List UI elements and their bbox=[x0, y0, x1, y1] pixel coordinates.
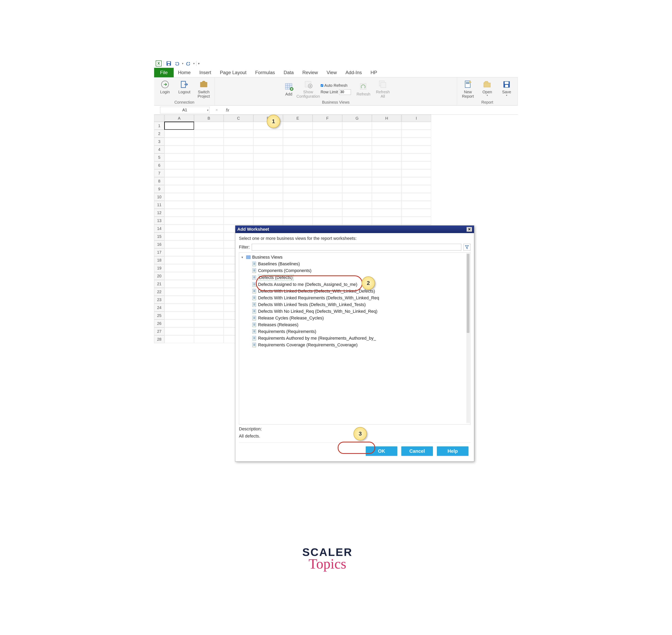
name-box[interactable]: A1 ▾ bbox=[160, 107, 209, 113]
cell[interactable] bbox=[164, 240, 194, 248]
cell[interactable] bbox=[194, 335, 224, 343]
cell[interactable] bbox=[402, 122, 431, 130]
cell[interactable] bbox=[194, 146, 224, 153]
row-header[interactable]: 1 bbox=[154, 122, 164, 130]
row-header[interactable]: 2 bbox=[154, 130, 164, 138]
tree-item[interactable]: Baselines (Baselines) bbox=[241, 261, 469, 267]
tab-home[interactable]: Home bbox=[174, 68, 195, 77]
cell[interactable] bbox=[194, 264, 224, 272]
cell[interactable] bbox=[164, 327, 194, 335]
cell[interactable] bbox=[283, 217, 313, 224]
column-header[interactable]: H bbox=[372, 115, 402, 122]
worksheet-grid[interactable]: ABCDEFGHI 123456789101112131415161718192… bbox=[154, 115, 518, 343]
cell[interactable] bbox=[194, 201, 224, 209]
cell[interactable] bbox=[283, 201, 313, 209]
row-header[interactable]: 11 bbox=[154, 201, 164, 209]
tree-item[interactable]: Defects With Linked Tests (Defects_With_… bbox=[241, 301, 469, 308]
auto-refresh-checkbox[interactable]: Auto Refresh bbox=[321, 83, 351, 88]
cell[interactable] bbox=[342, 161, 372, 169]
row-header[interactable]: 27 bbox=[154, 327, 164, 335]
row-header[interactable]: 18 bbox=[154, 256, 164, 264]
cell[interactable] bbox=[164, 320, 194, 327]
qat-customize-icon[interactable]: ▾ bbox=[198, 62, 200, 65]
cell[interactable] bbox=[253, 169, 283, 177]
cell[interactable] bbox=[164, 130, 194, 138]
cell[interactable] bbox=[164, 272, 194, 280]
business-views-tree[interactable]: ▾ Business Views Baselines (Baselines)Co… bbox=[239, 253, 470, 424]
cell[interactable] bbox=[372, 146, 402, 153]
refresh-all-button[interactable]: Refresh All bbox=[374, 79, 391, 99]
tab-formulas[interactable]: Formulas bbox=[251, 68, 279, 77]
cell[interactable] bbox=[342, 193, 372, 201]
cell[interactable] bbox=[224, 138, 253, 146]
add-button[interactable]: Add bbox=[280, 81, 298, 97]
tree-item[interactable]: Defects (Defects) bbox=[241, 274, 469, 281]
cell[interactable] bbox=[402, 177, 431, 185]
auto-refresh-input[interactable] bbox=[321, 84, 323, 87]
cell[interactable] bbox=[164, 280, 194, 288]
name-box-dropdown-icon[interactable]: ▾ bbox=[207, 109, 208, 112]
refresh-button[interactable]: Refresh bbox=[355, 81, 372, 97]
tab-data[interactable]: Data bbox=[279, 68, 298, 77]
cell[interactable] bbox=[194, 161, 224, 169]
tab-add-ins[interactable]: Add-Ins bbox=[341, 68, 366, 77]
cell[interactable] bbox=[283, 193, 313, 201]
cell[interactable] bbox=[194, 296, 224, 304]
cell[interactable] bbox=[194, 280, 224, 288]
cell[interactable] bbox=[283, 161, 313, 169]
fx-icon[interactable]: fx bbox=[226, 108, 229, 113]
open-button[interactable]: Open ▾ bbox=[478, 79, 496, 97]
cell[interactable] bbox=[164, 193, 194, 201]
row-limit-input[interactable] bbox=[339, 89, 351, 95]
cell[interactable] bbox=[283, 122, 313, 130]
cell[interactable] bbox=[164, 146, 194, 153]
login-button[interactable]: Login bbox=[156, 79, 174, 95]
column-header[interactable]: E bbox=[283, 115, 313, 122]
cell[interactable] bbox=[313, 217, 342, 224]
cell[interactable] bbox=[313, 146, 342, 153]
row-header[interactable]: 19 bbox=[154, 264, 164, 272]
cell[interactable] bbox=[402, 153, 431, 161]
cell[interactable] bbox=[164, 311, 194, 320]
tab-insert[interactable]: Insert bbox=[195, 68, 216, 77]
tree-item[interactable]: Defects With Linked Requirements (Defect… bbox=[241, 294, 469, 301]
tree-item[interactable]: Requirements Coverage (Requirements_Cove… bbox=[241, 342, 469, 348]
cell[interactable] bbox=[164, 201, 194, 209]
cell[interactable] bbox=[313, 201, 342, 209]
cell[interactable] bbox=[224, 201, 253, 209]
cell[interactable] bbox=[194, 320, 224, 327]
cell[interactable] bbox=[253, 146, 283, 153]
cell[interactable] bbox=[253, 209, 283, 217]
cell[interactable] bbox=[253, 185, 283, 193]
row-header[interactable]: 28 bbox=[154, 335, 164, 343]
cell[interactable] bbox=[253, 193, 283, 201]
cell[interactable] bbox=[372, 177, 402, 185]
scrollbar-thumb[interactable] bbox=[467, 254, 469, 333]
cell[interactable] bbox=[164, 304, 194, 311]
cell[interactable] bbox=[194, 304, 224, 311]
cell[interactable] bbox=[253, 161, 283, 169]
cell[interactable] bbox=[313, 209, 342, 217]
cell[interactable] bbox=[372, 209, 402, 217]
cell[interactable] bbox=[283, 130, 313, 138]
tree-item[interactable]: Components (Components) bbox=[241, 267, 469, 274]
row-header[interactable]: 15 bbox=[154, 233, 164, 240]
expand-icon[interactable]: ▾ bbox=[242, 256, 245, 259]
cell[interactable] bbox=[164, 296, 194, 304]
row-header[interactable]: 9 bbox=[154, 185, 164, 193]
cell[interactable] bbox=[402, 209, 431, 217]
row-header[interactable]: 13 bbox=[154, 217, 164, 224]
cell[interactable] bbox=[164, 264, 194, 272]
cell[interactable] bbox=[194, 327, 224, 335]
cell[interactable] bbox=[342, 217, 372, 224]
cell[interactable] bbox=[224, 217, 253, 224]
cell[interactable] bbox=[342, 169, 372, 177]
row-header[interactable]: 23 bbox=[154, 296, 164, 304]
cell[interactable] bbox=[224, 146, 253, 153]
cell[interactable] bbox=[253, 153, 283, 161]
redo-icon[interactable] bbox=[185, 60, 192, 67]
save-dropdown-icon[interactable]: ▾ bbox=[506, 94, 507, 97]
cell[interactable] bbox=[194, 217, 224, 224]
row-header[interactable]: 6 bbox=[154, 161, 164, 169]
tree-item[interactable]: Requirements Authored by me (Requirement… bbox=[241, 335, 469, 342]
